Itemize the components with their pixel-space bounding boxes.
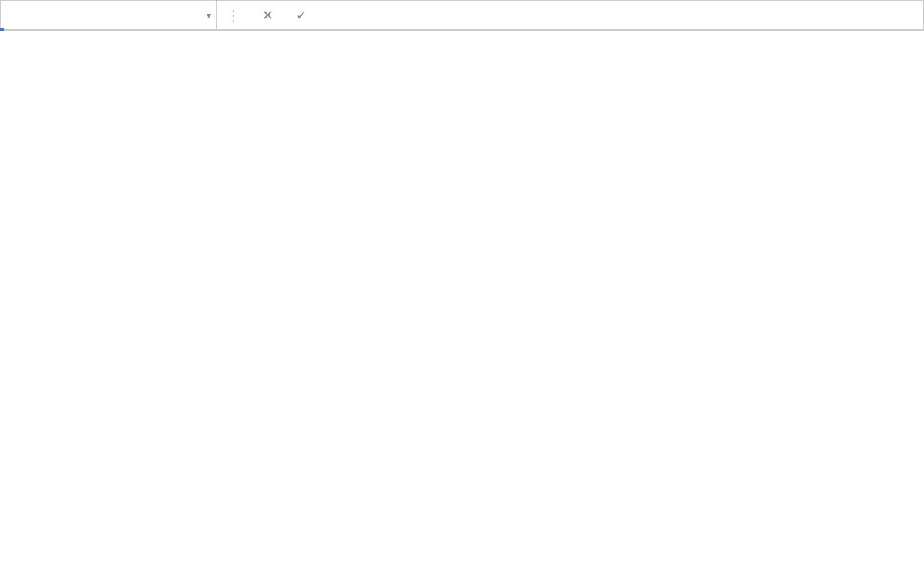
enter-icon[interactable]: ✓: [284, 1, 318, 29]
fx-icon[interactable]: [318, 1, 352, 29]
expand-icon[interactable]: ⋮: [217, 1, 250, 29]
name-box[interactable]: ▾: [0, 0, 217, 30]
cancel-icon[interactable]: ✕: [250, 1, 284, 29]
chevron-down-icon[interactable]: ▾: [207, 10, 211, 21]
formula-bar: ▾ ⋮ ✕ ✓: [0, 0, 924, 31]
